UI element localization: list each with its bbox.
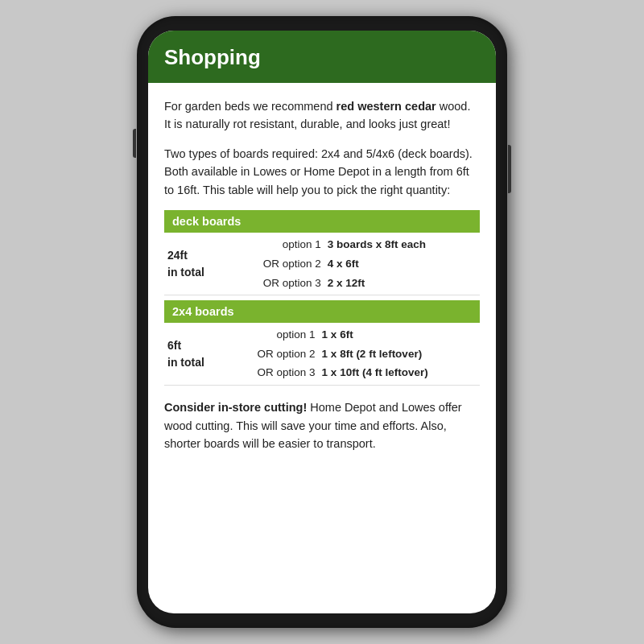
deck-option2-label: OR option 2 bbox=[263, 258, 321, 270]
deck-option3-label: OR option 3 bbox=[263, 277, 321, 289]
boards-label-cell: 6ft in total bbox=[164, 323, 226, 385]
boards-section-header: 2x4 boards bbox=[164, 300, 480, 323]
power-button bbox=[508, 145, 511, 193]
page-title: Shopping bbox=[164, 45, 480, 70]
intro-paragraph-1: For garden beds we recommend red western… bbox=[164, 97, 480, 134]
boards-option3-label: OR option 3 bbox=[258, 366, 316, 378]
deck-section-header: deck boards bbox=[164, 210, 480, 233]
boards-option2-value: 1 x 8ft (2 ft leftover) bbox=[322, 348, 423, 360]
boards-options-cell: option 1 OR option 2 OR option 3 bbox=[226, 323, 319, 385]
boards-option1-label: option 1 bbox=[277, 328, 316, 341]
page-header: Shopping bbox=[148, 31, 496, 83]
deck-data-row: 24ft in total option 1 OR option 2 OR op… bbox=[164, 233, 480, 295]
phone-screen-area: Shopping For garden beds we recommend re… bbox=[148, 31, 496, 613]
deck-option2-value: 4 x 6ft bbox=[328, 258, 359, 270]
intro-text-before-bold: For garden beds we recommend bbox=[164, 100, 336, 113]
boards-option3-value: 1 x 10ft (4 ft leftover) bbox=[322, 366, 428, 378]
phone-frame: Shopping For garden beds we recommend re… bbox=[137, 16, 507, 628]
consider-bold: Consider in-store cutting! bbox=[164, 401, 307, 414]
boards-label-line2: in total bbox=[167, 356, 204, 369]
consider-paragraph: Consider in-store cutting! Home Depot an… bbox=[164, 398, 480, 452]
boards-option1-value: 1 x 6ft bbox=[322, 328, 353, 341]
deck-label-line2: in total bbox=[167, 266, 204, 279]
deck-boards-table: deck boards 24ft in total option 1 OR op… bbox=[164, 210, 480, 295]
deck-values-cell: 3 boards x 8ft each 4 x 6ft 2 x 12ft bbox=[324, 233, 480, 295]
boards-option2-label: OR option 2 bbox=[258, 348, 316, 360]
boards-data-row: 6ft in total option 1 OR option 2 OR opt… bbox=[164, 323, 480, 385]
bold-wood-type: red western cedar bbox=[336, 100, 436, 113]
intro-text-2: Two types of boards required: 2x4 and 5/… bbox=[164, 147, 473, 196]
deck-options-cell: option 1 OR option 2 OR option 3 bbox=[229, 233, 324, 295]
2x4-boards-table: 2x4 boards 6ft in total option 1 OR opti… bbox=[164, 300, 480, 386]
deck-section-label: deck boards bbox=[164, 210, 480, 233]
screen-content[interactable]: Shopping For garden beds we recommend re… bbox=[148, 31, 496, 613]
boards-label-line1: 6ft bbox=[167, 339, 181, 352]
volume-button bbox=[133, 129, 136, 158]
deck-option1-label: option 1 bbox=[283, 238, 321, 250]
deck-option1-value: 3 boards x 8ft each bbox=[328, 238, 426, 250]
content-area: For garden beds we recommend red western… bbox=[148, 83, 496, 613]
deck-option3-value: 2 x 12ft bbox=[328, 277, 365, 289]
deck-label-line1: 24ft bbox=[167, 249, 188, 262]
intro-paragraph-2: Two types of boards required: 2x4 and 5/… bbox=[164, 145, 480, 199]
deck-label-cell: 24ft in total bbox=[164, 233, 229, 295]
boards-values-cell: 1 x 6ft 1 x 8ft (2 ft leftover) 1 x 10ft… bbox=[319, 323, 480, 385]
boards-section-label: 2x4 boards bbox=[164, 300, 480, 323]
